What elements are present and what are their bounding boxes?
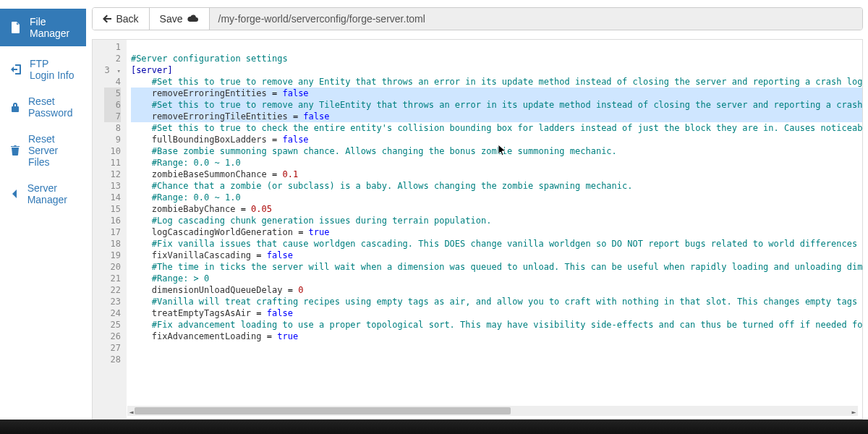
code-line[interactable]: logCascadingWorldGeneration = true — [131, 226, 862, 238]
code-line[interactable] — [131, 41, 862, 53]
lock-icon — [11, 102, 20, 112]
sidebar-item-label: File Manager — [30, 16, 75, 39]
code-line[interactable]: #Set this to true to check the entire en… — [131, 122, 862, 134]
line-number: 8 — [104, 122, 120, 134]
code-line[interactable]: [server] — [131, 64, 862, 76]
code-line[interactable]: #Set this to true to remove any Entity t… — [131, 76, 862, 88]
line-number: 7 — [104, 111, 120, 122]
line-number: 27 — [104, 342, 120, 354]
login-icon — [11, 64, 21, 75]
trash-icon — [11, 145, 20, 156]
file-path: /my-forge-world/serverconfig/forge-serve… — [210, 8, 862, 30]
line-number: 20 — [104, 261, 120, 273]
code-line[interactable]: #Fix advancement loading to use a proper… — [131, 319, 862, 331]
line-number: 3 ▾ — [104, 64, 120, 76]
code-line[interactable]: #Base zombie summoning spawn chance. All… — [131, 145, 862, 157]
line-number: 17 — [104, 226, 120, 238]
code-line[interactable]: #Log cascading chunk generation issues d… — [131, 215, 862, 226]
code-content[interactable]: #Server configuration settings[server] #… — [127, 40, 862, 419]
main-area: Back Save /my-forge-world/serverconfig/f… — [86, 0, 868, 420]
line-number: 5 — [104, 88, 120, 99]
code-line[interactable]: #Vanilla will treat crafting recipes usi… — [131, 296, 862, 307]
sidebar-item-ftp-login[interactable]: FTP Login Info — [0, 51, 86, 88]
sidebar-item-label: Server Manager — [27, 182, 76, 205]
code-line[interactable]: #Range: 0.0 ~ 1.0 — [131, 157, 862, 169]
toolbar: Back Save /my-forge-world/serverconfig/f… — [92, 7, 862, 30]
save-button[interactable]: Save — [150, 8, 210, 30]
line-number: 16 — [104, 215, 120, 226]
code-line[interactable]: fixVanillaCascading = false — [131, 250, 862, 261]
code-line[interactable]: #Chance that a zombie (or subclass) is a… — [131, 180, 862, 192]
sidebar-item-label: FTP Login Info — [30, 58, 75, 81]
horizontal-scrollbar[interactable]: ◄ ► — [127, 406, 857, 416]
scrollbar-thumb[interactable] — [135, 407, 511, 414]
sidebar-item-label: Reset Server Files — [28, 133, 75, 168]
line-number: 10 — [104, 145, 120, 157]
line-number: 24 — [104, 307, 120, 319]
code-line[interactable]: #Server configuration settings — [131, 53, 862, 64]
code-line[interactable]: fullBoundingBoxLadders = false — [131, 134, 862, 145]
code-line[interactable]: fixAdvancementLoading = true — [131, 331, 862, 342]
code-line[interactable]: treatEmptyTagsAsAir = false — [131, 307, 862, 319]
sidebar-item-reset-password[interactable]: Reset Password — [0, 88, 86, 126]
code-line[interactable]: #Set this to true to remove any TileEnti… — [131, 99, 862, 111]
code-line[interactable]: #Range: 0.0 ~ 1.0 — [131, 192, 862, 203]
line-number: 12 — [104, 169, 120, 180]
page-footer — [0, 420, 868, 434]
line-number: 23 — [104, 296, 120, 307]
line-number: 4 — [104, 76, 120, 88]
code-line[interactable]: #The time in ticks the server will wait … — [131, 261, 862, 273]
code-line[interactable]: removeErroringTileEntities = false — [131, 111, 862, 122]
save-button-label: Save — [160, 13, 183, 25]
sidebar: File Manager FTP Login Info Reset Passwo… — [0, 0, 86, 420]
back-button[interactable]: Back — [93, 8, 149, 30]
back-button-label: Back — [116, 13, 138, 25]
code-line[interactable]: removeErroringEntities = false — [131, 88, 862, 99]
line-number: 21 — [104, 273, 120, 284]
arrow-left-icon — [103, 14, 111, 23]
line-number: 11 — [104, 157, 120, 169]
line-number: 25 — [104, 319, 120, 331]
code-editor[interactable]: 123 ▾45678910111213141516171819202122232… — [92, 39, 862, 420]
line-number: 22 — [104, 284, 120, 296]
sidebar-item-label: Reset Password — [28, 95, 75, 119]
line-number: 1 — [104, 41, 120, 53]
line-number: 19 — [104, 250, 120, 261]
line-number: 28 — [104, 354, 120, 365]
sidebar-item-server-manager[interactable]: Server Manager — [0, 175, 86, 213]
code-line[interactable] — [131, 342, 862, 354]
code-line[interactable]: #Range: > 0 — [131, 273, 862, 284]
code-line[interactable]: zombieBabyChance = 0.05 — [131, 203, 862, 215]
scroll-left-icon[interactable]: ◄ — [129, 407, 133, 418]
line-number: 2 — [104, 53, 120, 64]
scroll-right-icon[interactable]: ► — [852, 407, 856, 418]
sidebar-item-file-manager[interactable]: File Manager — [0, 9, 86, 46]
line-number: 15 — [104, 203, 120, 215]
file-icon — [11, 22, 21, 33]
chevron-left-icon — [11, 189, 19, 199]
code-line[interactable]: dimensionUnloadQueueDelay = 0 — [131, 284, 862, 296]
line-gutter: 123 ▾45678910111213141516171819202122232… — [93, 40, 126, 419]
line-number: 13 — [104, 180, 120, 192]
line-number: 26 — [104, 331, 120, 342]
line-number: 6 — [104, 99, 120, 111]
code-line[interactable]: #Fix vanilla issues that cause worldgen … — [131, 238, 862, 250]
line-number: 18 — [104, 238, 120, 250]
cloud-icon — [187, 14, 199, 23]
sidebar-item-reset-server-files[interactable]: Reset Server Files — [0, 126, 86, 175]
code-line[interactable] — [131, 354, 862, 365]
code-line[interactable]: zombieBaseSummonChance = 0.1 — [131, 169, 862, 180]
line-number: 14 — [104, 192, 120, 203]
line-number: 9 — [104, 134, 120, 145]
